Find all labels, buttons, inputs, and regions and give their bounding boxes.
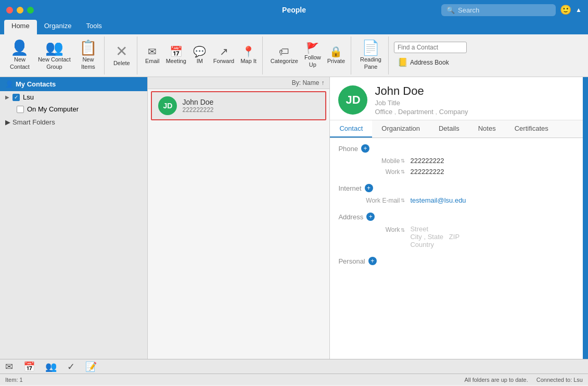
bottom-icons: ✉ 📅 👥 ✓ 📝 — [5, 361, 97, 372]
new-items-button[interactable]: 📋 NewItems — [75, 38, 101, 72]
address-section-title: Address — [338, 213, 363, 221]
smart-folders-arrow-icon: ▶ — [5, 118, 10, 126]
map-it-button[interactable]: 📍 Map It — [238, 45, 259, 66]
work-arrows-icon[interactable]: ⇅ — [401, 169, 405, 175]
tasks-nav-icon[interactable]: ✓ — [67, 361, 75, 372]
search-input[interactable] — [458, 6, 551, 14]
work-phone-label: Work⇅ — [342, 168, 410, 176]
email-button[interactable]: ✉ Email — [143, 45, 162, 66]
communicate-group: ✉ Email 📅 Meeting 💬 IM ↗ Forward 📍 Map I… — [139, 36, 263, 74]
email-arrows-icon[interactable]: ⇅ — [401, 197, 405, 203]
reading-pane-label: ReadingPane — [360, 56, 381, 70]
im-button[interactable]: 💬 IM — [190, 45, 210, 66]
work-address-label: Work⇅ — [342, 226, 410, 233]
contacts-nav-icon[interactable]: 👥 — [45, 361, 57, 372]
meeting-label: Meeting — [166, 58, 186, 65]
sidebar-item-on-my-computer[interactable]: On My Computer — [0, 103, 147, 115]
notes-nav-icon[interactable]: 📝 — [85, 361, 97, 372]
contact-initials: JD — [163, 102, 173, 110]
on-my-computer-checkbox[interactable] — [17, 106, 24, 113]
tags-group: 🏷 Categorize 🚩 FollowUp 🔒 Private — [265, 36, 351, 74]
work-email-label: Work E-mail⇅ — [342, 197, 410, 204]
tab-notes[interactable]: Notes — [469, 120, 505, 138]
org-separator-2: , — [436, 108, 439, 116]
delete-label: Delete — [113, 60, 130, 67]
meeting-button[interactable]: 📅 Meeting — [163, 45, 189, 66]
work-phone-row: Work⇅ 222222222 — [338, 168, 574, 176]
address-section-header: Address + — [338, 213, 574, 221]
sidebar-item-lsu[interactable]: ▶ ✓ Lsu — [0, 91, 147, 103]
personal-section-header: Personal + — [338, 257, 574, 265]
minimize-button[interactable] — [17, 7, 23, 14]
internet-section-title: Internet — [338, 184, 361, 192]
forward-icon: ↗ — [220, 46, 228, 57]
tab-contact[interactable]: Contact — [330, 120, 372, 138]
address-arrows-icon[interactable]: ⇅ — [401, 227, 405, 233]
new-contact-button[interactable]: 👤 NewContact — [6, 38, 33, 72]
tab-home[interactable]: Home — [4, 20, 37, 34]
contact-avatar-small: JD — [158, 96, 177, 115]
phone-section-header: Phone + — [338, 144, 574, 153]
mail-nav-icon[interactable]: ✉ — [5, 361, 13, 372]
forward-button[interactable]: ↗ Forward — [211, 45, 237, 66]
work-address-row: Work⇅ StreetCity , State ZIPCountry — [338, 225, 574, 248]
personal-add-button[interactable]: + — [368, 257, 377, 265]
contact-card-john-doe[interactable]: JD John Doe 222222222 — [151, 91, 326, 120]
detail-company: Company — [439, 108, 468, 116]
phone-section-title: Phone — [338, 145, 358, 153]
titlebar-right: 🔍 🙂 ▲ — [441, 4, 582, 16]
calendar-nav-icon[interactable]: 📅 — [23, 361, 35, 372]
categorize-button[interactable]: 🏷 Categorize — [268, 45, 301, 66]
status-sync-status: All folders are up to date. — [464, 377, 528, 383]
sort-arrow-icon[interactable]: ↑ — [321, 79, 324, 86]
user-avatar-icon[interactable]: 🙂 — [560, 4, 571, 16]
email-label: Email — [145, 58, 160, 65]
close-button[interactable] — [6, 7, 13, 14]
detail-org: Office , Department , Company — [375, 108, 574, 116]
bottom-nav: ✉ 📅 👥 ✓ 📝 — [0, 359, 588, 373]
new-contact-group-label: New ContactGroup — [38, 56, 71, 70]
find-contact-input[interactable] — [394, 42, 467, 53]
contact-phone: 222222222 — [182, 106, 213, 114]
contact-info: John Doe 222222222 — [182, 98, 213, 114]
detail-job-title: Job Title — [375, 99, 574, 107]
detail-tabs: Contact Organization Details Notes Certi… — [330, 120, 583, 138]
smart-folders-label: Smart Folders — [12, 118, 55, 126]
maximize-button[interactable] — [27, 7, 34, 14]
delete-button[interactable]: ✕ Delete — [110, 42, 134, 69]
sidebar-on-my-computer-label: On My Computer — [27, 105, 79, 113]
mobile-arrows-icon[interactable]: ⇅ — [401, 158, 405, 164]
find-contact-box: 📒 Address Book — [394, 42, 467, 69]
tab-organize[interactable]: Organize — [37, 20, 79, 34]
address-book-button[interactable]: 📒 Address Book — [394, 55, 467, 69]
detail-office: Office — [375, 108, 392, 116]
meeting-icon: 📅 — [170, 46, 183, 57]
reading-pane-button[interactable]: 📄 ReadingPane — [356, 38, 385, 72]
follow-up-button[interactable]: 🚩 FollowUp — [302, 41, 324, 69]
categorize-icon: 🏷 — [279, 46, 289, 57]
tab-details[interactable]: Details — [429, 120, 469, 138]
sidebar-lsu-label: Lsu — [23, 93, 34, 101]
sort-label[interactable]: By: Name — [292, 79, 319, 86]
new-contact-group-button[interactable]: 👥 New ContactGroup — [34, 38, 74, 72]
new-contact-label: NewContact — [10, 56, 30, 70]
titlebar: People 🔍 🙂 ▲ — [0, 0, 588, 20]
search-box[interactable]: 🔍 — [441, 4, 556, 16]
tab-organization[interactable]: Organization — [372, 120, 429, 138]
address-section: Address + Work⇅ StreetCity , State ZIPCo… — [338, 213, 574, 248]
search-icon: 🔍 — [446, 6, 455, 14]
internet-add-button[interactable]: + — [365, 184, 373, 192]
tab-tools[interactable]: Tools — [79, 20, 109, 34]
phone-add-button[interactable]: + — [361, 144, 369, 153]
work-email-value: testemail@lsu.edu — [410, 196, 466, 204]
lsu-checkbox[interactable]: ✓ — [12, 94, 20, 101]
private-button[interactable]: 🔒 Private — [325, 45, 348, 66]
sidebar-smart-folders[interactable]: ▶ Smart Folders — [0, 115, 147, 129]
org-separator-1: , — [394, 108, 398, 116]
address-add-button[interactable]: + — [366, 213, 375, 221]
chevron-up-icon[interactable]: ▲ — [576, 6, 582, 14]
detail-header: JD John Doe Job Title Office , Departmen… — [330, 77, 583, 120]
sidebar-header: 👤 My Contacts — [0, 77, 147, 91]
tab-certificates[interactable]: Certificates — [505, 120, 558, 138]
window-title: People — [282, 6, 306, 14]
